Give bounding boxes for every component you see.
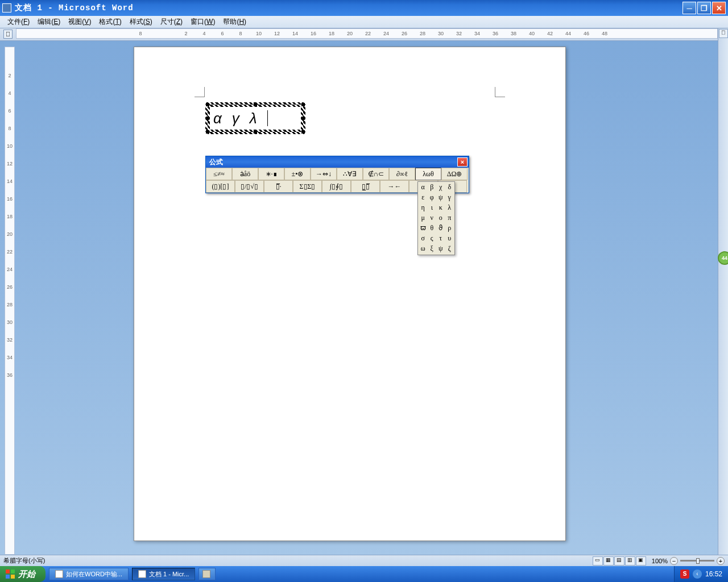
zoom-out-button[interactable]: −: [670, 557, 678, 565]
equation-palette-button[interactable]: ∂∞ℓ: [389, 168, 415, 180]
greek-letter-button[interactable]: ϖ: [419, 223, 428, 234]
ruler-tick: 34: [7, 349, 13, 367]
greek-letter-button[interactable]: υ: [445, 234, 454, 244]
greek-letter-button[interactable]: δ: [445, 182, 454, 193]
page-badge[interactable]: 44: [718, 251, 728, 265]
minimize-button[interactable]: ─: [682, 2, 696, 14]
window-controls: ─ ❐ ✕: [682, 2, 726, 14]
view-mode-button[interactable]: ▣: [636, 556, 646, 566]
ruler-tick: 4: [200, 31, 209, 36]
greek-letter-button[interactable]: φ: [428, 193, 437, 203]
zoom-in-button[interactable]: +: [717, 557, 725, 565]
equation-palette-button[interactable]: ȧåö: [232, 168, 258, 180]
equation-template-button[interactable]: ▯̅∙: [264, 180, 293, 193]
equation-palette-button[interactable]: ≤≠≈: [206, 168, 232, 180]
greek-letter-button[interactable]: ο: [436, 213, 445, 223]
menu-item-w[interactable]: 窗口(W): [187, 16, 219, 28]
greek-letter-button[interactable]: η: [419, 203, 428, 213]
greek-letter-button[interactable]: λ: [445, 203, 454, 213]
greek-letter-button[interactable]: ξ: [428, 244, 437, 254]
equation-palette-button[interactable]: →⇔↓: [311, 168, 337, 180]
equation-template-button[interactable]: ∫▯∮▯: [322, 180, 351, 193]
greek-letter-button[interactable]: ζ: [445, 244, 454, 254]
resize-handle[interactable]: [301, 130, 305, 134]
start-button[interactable]: 开始: [0, 566, 46, 582]
greek-letter-button[interactable]: α: [419, 182, 428, 193]
equation-object[interactable]: αγλ: [205, 102, 305, 134]
greek-letter-button[interactable]: γ: [445, 193, 454, 203]
menu-item-z[interactable]: 尺寸(Z): [156, 16, 187, 28]
greek-letter-button[interactable]: θ: [428, 223, 437, 234]
close-button[interactable]: ✕: [712, 2, 726, 14]
menu-item-v[interactable]: 视图(V): [64, 16, 95, 28]
windows-logo-icon: [6, 569, 15, 579]
zoom-thumb[interactable]: [696, 558, 700, 564]
menu-item-e[interactable]: 编辑(E): [34, 16, 64, 28]
greek-letter-button[interactable]: ι: [428, 203, 437, 213]
document-page[interactable]: αγλ: [134, 47, 566, 541]
taskbar-item-small[interactable]: [198, 568, 216, 580]
taskbar-item[interactable]: 如何在WORD中输...: [49, 568, 129, 580]
vertical-scrollbar[interactable]: ⎕ 44: [718, 28, 728, 555]
greek-letters-panel[interactable]: αβχδεφψγηικλμνοπϖθϑρσςτυωξψζ: [417, 181, 455, 255]
ime-icon[interactable]: S: [680, 569, 689, 579]
paragraph-marks-button[interactable]: ⎕: [3, 30, 13, 39]
menu-item-s[interactable]: 样式(S): [126, 16, 156, 28]
equation-template-button[interactable]: ▯/▯√▯: [235, 180, 264, 193]
ruler-tick: 24: [382, 31, 391, 36]
ruler-tick: 28: [7, 296, 13, 314]
equation-palette-button[interactable]: ∉∩⊂: [363, 168, 389, 180]
view-mode-button[interactable]: ▥: [625, 556, 635, 566]
greek-letter-button[interactable]: β: [428, 182, 437, 193]
maximize-button[interactable]: ❐: [697, 2, 711, 14]
greek-letter-button[interactable]: τ: [436, 234, 445, 244]
equation-template-button[interactable]: →←: [380, 180, 409, 193]
greek-letter-button[interactable]: π: [445, 213, 454, 223]
equation-content[interactable]: αγλ: [210, 107, 301, 130]
greek-letter-button[interactable]: ε: [419, 193, 428, 203]
greek-letter-button[interactable]: σ: [419, 234, 428, 244]
tray-expand-icon[interactable]: ‹: [693, 569, 702, 579]
menu-item-t[interactable]: 格式(T): [95, 16, 125, 28]
ruler-tick: 6: [8, 102, 11, 120]
view-mode-button[interactable]: ▤: [614, 556, 624, 566]
view-mode-button[interactable]: ▭: [593, 556, 603, 566]
view-mode-button[interactable]: ▦: [603, 556, 614, 566]
greek-letter-button[interactable]: ψ: [436, 244, 445, 254]
equation-palette-button[interactable]: ∴∀∃: [337, 168, 363, 180]
resize-handle[interactable]: [206, 130, 209, 134]
greek-letter-button[interactable]: κ: [436, 203, 445, 213]
greek-letter-button[interactable]: ϑ: [436, 223, 445, 234]
ruler-toggle-icon[interactable]: ⎕: [719, 29, 728, 38]
zoom-slider[interactable]: [680, 560, 714, 562]
equation-palette-button[interactable]: λωθ: [415, 168, 441, 180]
equation-toolbar-close-button[interactable]: ×: [457, 157, 468, 167]
equation-template-button[interactable]: (▯)[▯]: [206, 180, 235, 193]
equation-template-button[interactable]: Σ▯Σ▯: [293, 180, 322, 193]
equation-palette-button[interactable]: ΔΩ⊕: [441, 168, 468, 180]
greek-letter-button[interactable]: ρ: [445, 223, 454, 234]
taskbar-item[interactable]: 文档 1 - Micr...: [132, 568, 195, 580]
greek-letter-button[interactable]: χ: [436, 182, 445, 193]
greek-letter-button[interactable]: ω: [419, 244, 428, 254]
clock[interactable]: 16:52: [705, 570, 722, 578]
greek-letter-button[interactable]: μ: [419, 213, 428, 223]
resize-handle[interactable]: [254, 130, 257, 134]
menu-item-f[interactable]: 文件(F): [3, 16, 34, 28]
resize-handle[interactable]: [301, 103, 305, 106]
greek-letter-button[interactable]: ψ: [436, 193, 445, 203]
horizontal-ruler[interactable]: 8246810121416182022242628303234363840424…: [16, 28, 718, 39]
ruler-tick: 8: [8, 120, 11, 138]
equation-template-button[interactable]: ▯̲▯̅: [351, 180, 380, 193]
menu-item-h[interactable]: 帮助(H): [219, 16, 250, 28]
equation-toolbar-titlebar[interactable]: 公式 ×: [206, 156, 469, 168]
equation-palette-button[interactable]: ∗∙∎: [258, 168, 284, 180]
greek-letter-button[interactable]: ς: [428, 234, 437, 244]
resize-handle[interactable]: [301, 117, 305, 120]
greek-letter-button[interactable]: ν: [428, 213, 437, 223]
resize-handle[interactable]: [206, 103, 209, 106]
vertical-ruler[interactable]: 24681012141618202224262830323436: [5, 47, 15, 555]
resize-handle[interactable]: [206, 117, 209, 120]
equation-palette-button[interactable]: ±•⊗: [284, 168, 311, 180]
resize-handle[interactable]: [254, 103, 257, 106]
